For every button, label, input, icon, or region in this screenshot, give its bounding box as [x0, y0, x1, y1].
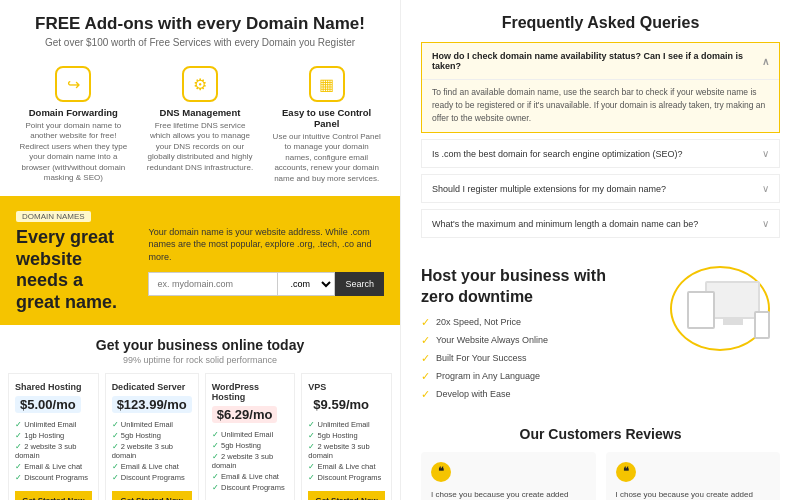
tablet-icon	[687, 291, 715, 329]
faq-question-2[interactable]: Is .com the best domain for search engin…	[422, 140, 779, 167]
reviews-row: ❝ I chose you because you create added v…	[421, 452, 780, 500]
dns-icon: ⚙	[182, 66, 218, 102]
devices-illustration	[660, 266, 770, 356]
faq-item-4[interactable]: What's the maximum and minimum length a …	[421, 209, 780, 238]
control-panel-icon: ▦	[309, 66, 345, 102]
faq-chevron-1: ∧	[762, 56, 769, 67]
faq-item-2[interactable]: Is .com the best domain for search engin…	[421, 139, 780, 168]
domain-forwarding-icon: ↪	[55, 66, 91, 102]
vps-get-started-button[interactable]: Get Started Now	[308, 491, 385, 500]
review-card-2: ❝ I chose you because you create added v…	[606, 452, 781, 500]
review-text-2: I chose you because you create added val…	[616, 489, 771, 500]
review-card-1: ❝ I chose you because you create added v…	[421, 452, 596, 500]
pricing-wordpress: WordPress Hosting $6.29/mo Unlimited Ema…	[205, 373, 296, 500]
quote-icon-1: ❝	[431, 462, 451, 482]
pricing-table: Shared Hosting $5.00/mo Unlimited Email …	[0, 373, 400, 500]
domain-banner-left: DOMAIN NAMES Every great website needs a…	[16, 208, 138, 313]
host-title: Host your business with zero downtime	[421, 266, 650, 308]
faq-answer-1: To find an available domain name, use th…	[422, 79, 779, 132]
domain-search-input[interactable]	[148, 272, 277, 296]
get-business-subtitle: 99% uptime for rock solid performance	[10, 355, 390, 365]
vps-features: Unlimited Email 5gb Hosting 2 website 3 …	[308, 419, 385, 483]
host-feature-4: ✓ Program in Any Language	[421, 370, 650, 383]
host-feature-5: ✓ Develop with Ease	[421, 388, 650, 401]
get-business-section: Get your business online today 99% uptim…	[0, 325, 400, 373]
host-left: Host your business with zero downtime ✓ …	[421, 266, 650, 406]
check-icon-4: ✓	[421, 370, 430, 383]
pricing-dedicated: Dedicated Server $123.99/mo Unlimited Em…	[105, 373, 199, 500]
check-icon-2: ✓	[421, 334, 430, 347]
domain-banner: DOMAIN NAMES Every great website needs a…	[0, 196, 400, 325]
host-feature-1: ✓ 20x Speed, Not Price	[421, 316, 650, 329]
features-row: ↪ Domain Forwarding Point your domain na…	[0, 58, 400, 196]
feature-dns: ⚙ DNS Management Free lifetime DNS servi…	[145, 66, 255, 184]
domain-search-button[interactable]: Search	[335, 272, 384, 296]
left-panel: FREE Add-ons with every Domain Name! Get…	[0, 0, 400, 500]
faq-question-4[interactable]: What's the maximum and minimum length a …	[422, 210, 779, 237]
faq-chevron-3: ∨	[762, 183, 769, 194]
wordpress-features: Unlimited Email 5gb Hosting 2 website 3 …	[212, 429, 289, 493]
faq-title: Frequently Asked Queries	[421, 14, 780, 32]
feature-control-panel: ▦ Easy to use Control Panel Use our intu…	[272, 66, 382, 184]
domain-extension-select[interactable]: .com	[277, 272, 335, 296]
shared-features: Unlimited Email 1gb Hosting 2 website 3 …	[15, 419, 92, 483]
faq-question-1[interactable]: How do I check domain name availability …	[422, 43, 779, 79]
check-icon-5: ✓	[421, 388, 430, 401]
faq-item-1[interactable]: How do I check domain name availability …	[421, 42, 780, 133]
domain-heading: Every great website needs a great name.	[16, 227, 138, 313]
get-business-title: Get your business online today	[10, 337, 390, 353]
host-section: Host your business with zero downtime ✓ …	[401, 254, 800, 416]
faq-chevron-4: ∨	[762, 218, 769, 229]
reviews-title: Our Customers Reviews	[421, 426, 780, 442]
faq-section: Frequently Asked Queries How do I check …	[401, 0, 800, 254]
domain-tag: DOMAIN NAMES	[16, 211, 91, 222]
host-feature-3: ✓ Built For Your Success	[421, 352, 650, 365]
review-text-1: I chose you because you create added val…	[431, 489, 586, 500]
dedicated-features: Unlimited Email 5gb Hosting 2 website 3 …	[112, 419, 192, 483]
host-feature-2: ✓ Your Website Always Online	[421, 334, 650, 347]
domain-search-bar: .com Search	[148, 272, 384, 296]
host-illustration	[660, 266, 780, 356]
faq-question-3[interactable]: Should I register multiple extensions fo…	[422, 175, 779, 202]
check-icon-3: ✓	[421, 352, 430, 365]
pricing-vps: VPS $9.59/mo Unlimited Email 5gb Hosting…	[301, 373, 392, 500]
faq-chevron-2: ∨	[762, 148, 769, 159]
check-icon-1: ✓	[421, 316, 430, 329]
right-panel: Frequently Asked Queries How do I check …	[400, 0, 800, 500]
feature-domain-forwarding: ↪ Domain Forwarding Point your domain na…	[18, 66, 128, 184]
domain-banner-right: Your domain name is your website address…	[148, 226, 384, 296]
addons-title: FREE Add-ons with every Domain Name!	[20, 14, 380, 34]
faq-item-3[interactable]: Should I register multiple extensions fo…	[421, 174, 780, 203]
addons-subtitle: Get over $100 worth of Free Services wit…	[20, 37, 380, 48]
addons-header: FREE Add-ons with every Domain Name! Get…	[0, 0, 400, 58]
quote-icon-2: ❝	[616, 462, 636, 482]
phone-icon	[754, 311, 770, 339]
shared-get-started-button[interactable]: Get Started Now	[15, 491, 92, 500]
reviews-section: Our Customers Reviews ❝ I chose you beca…	[401, 416, 800, 500]
dedicated-get-started-button[interactable]: Get Started Now	[112, 491, 192, 500]
pricing-shared: Shared Hosting $5.00/mo Unlimited Email …	[8, 373, 99, 500]
